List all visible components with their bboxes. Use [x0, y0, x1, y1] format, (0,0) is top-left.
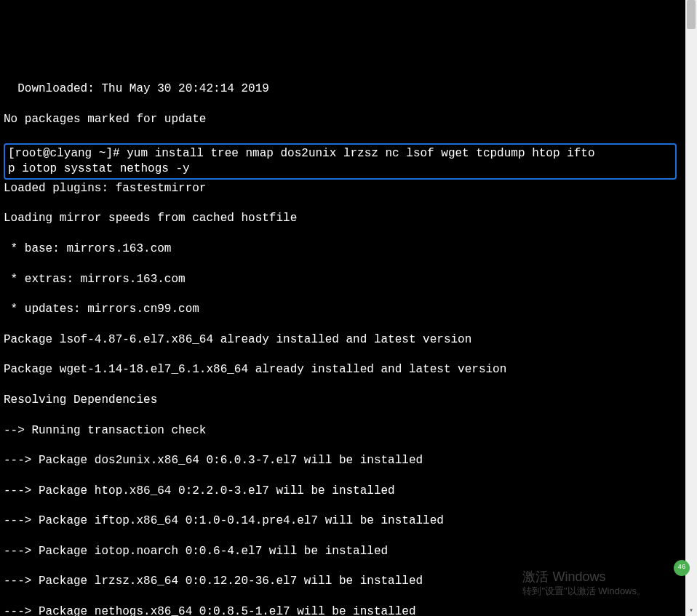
- dep-line: ---> Package nethogs.x86_64 0:0.8.5-1.el…: [4, 604, 693, 616]
- terminal-output[interactable]: Downloaded: Thu May 30 20:42:14 2019 No …: [4, 66, 693, 616]
- trans-check: --> Running transaction check: [4, 423, 693, 439]
- dep-line: ---> Package htop.x86_64 0:2.2.0-3.el7 w…: [4, 484, 693, 499]
- badge-count: 46: [678, 564, 686, 572]
- dep-line: ---> Package iotop.noarch 0:0.6-4.el7 wi…: [4, 544, 693, 559]
- vertical-scrollbar[interactable]: ▾: [685, 0, 697, 616]
- command-highlight: [root@clyang ~]# yum install tree nmap d…: [4, 143, 677, 180]
- command-text-1: yum install tree nmap dos2unix lrzsz nc …: [127, 147, 594, 160]
- loading-mirror: Loading mirror speeds from cached hostfi…: [4, 211, 693, 226]
- mirror-updates: * updates: mirrors.cn99.com: [4, 302, 693, 317]
- mirror-base: * base: mirrors.163.com: [4, 241, 693, 257]
- downloaded-line: Downloaded: Thu May 30 20:42:14 2019: [4, 81, 693, 97]
- dep-line: ---> Package dos2unix.x86_64 0:6.0.3-7.e…: [4, 453, 693, 468]
- scrollbar-thumb[interactable]: [687, 0, 696, 29]
- windows-activation-watermark: 激活 Windows 转到"设置"以激活 Windows。: [522, 569, 646, 598]
- mirror-extras: * extras: mirrors.163.com: [4, 272, 693, 287]
- command-text-2: p iotop sysstat nethogs -y: [8, 162, 190, 175]
- shell-prompt: [root@clyang ~]#: [8, 147, 127, 160]
- watermark-subtitle: 转到"设置"以激活 Windows。: [522, 585, 646, 598]
- resolving: Resolving Dependencies: [4, 393, 693, 408]
- pkg-wget: Package wget-1.14-18.el7_6.1.x86_64 alre…: [4, 362, 693, 377]
- no-packages-line: No packages marked for update: [4, 112, 693, 127]
- scrollbar-down-arrow-icon[interactable]: ▾: [687, 606, 696, 615]
- watermark-title: 激活 Windows: [522, 569, 605, 584]
- loaded-plugins: Loaded plugins: fastestmirror: [4, 181, 693, 196]
- notification-badge[interactable]: 46: [674, 560, 690, 576]
- pkg-lsof: Package lsof-4.87-6.el7.x86_64 already i…: [4, 332, 693, 348]
- dep-line: ---> Package iftop.x86_64 0:1.0-0.14.pre…: [4, 513, 693, 529]
